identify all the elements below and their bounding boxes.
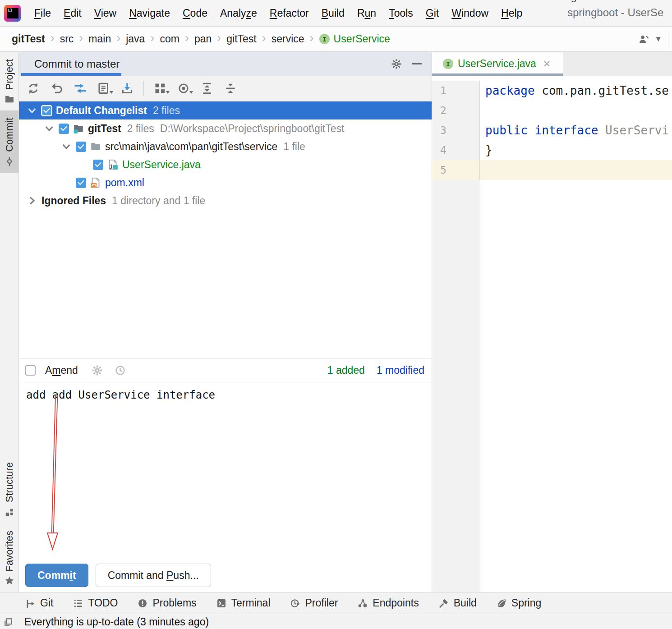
refresh-icon[interactable]	[27, 82, 40, 95]
breadcrumb-item[interactable]: com	[160, 33, 179, 45]
modified-count: 1 modified	[377, 364, 424, 376]
menu-item-code[interactable]: Code	[176, 5, 214, 22]
bottom-tool-window-problems[interactable]: Problems	[138, 597, 196, 609]
commit-panel-header: Commit to master	[19, 52, 432, 76]
bottom-tool-window-todo[interactable]: TODO	[73, 597, 118, 609]
tree-row[interactable]: Default Changelist2 files	[19, 101, 432, 119]
tool-window-toggle-icon[interactable]	[4, 617, 13, 627]
user-reader-mode-icon[interactable]	[639, 34, 650, 44]
tree-row[interactable]: gitTest2 filesD:\Workspace\Project\sprin…	[19, 119, 432, 138]
menu-item-edit[interactable]: Edit	[57, 5, 88, 22]
breadcrumb-item[interactable]: pan	[194, 33, 212, 45]
collapse-all-icon[interactable]	[224, 82, 237, 95]
bottom-tab-label: Problems	[152, 597, 196, 609]
menu-item-window[interactable]: Window	[445, 5, 495, 22]
bottom-tab-label: Build	[454, 597, 477, 609]
hide-panel-icon[interactable]	[412, 63, 422, 64]
bottom-tool-window-build[interactable]: Build	[439, 597, 477, 609]
menu-item-help[interactable]: Help	[495, 5, 529, 22]
commit-message-text[interactable]: add add UserService interface	[26, 389, 432, 401]
breadcrumb-class[interactable]: IUserService	[319, 33, 390, 45]
tree-row[interactable]: Ignored Files1 directory and 1 file	[19, 192, 432, 210]
row-checkbox[interactable]	[76, 178, 86, 188]
amend-checkbox[interactable]	[25, 365, 36, 376]
editor-line[interactable]: 2	[432, 101, 672, 120]
editor: I UserService.java × 1package com.pan.gi…	[432, 52, 672, 592]
chevron-down-icon[interactable]	[26, 105, 38, 116]
group-by-icon[interactable]	[154, 82, 166, 95]
close-icon[interactable]: ×	[543, 57, 550, 71]
menu-item-analyze[interactable]: Analyze	[214, 5, 263, 22]
breadcrumb-item[interactable]: src	[60, 33, 74, 45]
tree-row[interactable]: <>pom.xml	[19, 174, 432, 192]
editor-line[interactable]: 4}	[432, 140, 672, 160]
menu-item-run[interactable]: Run	[351, 5, 382, 22]
tree-row[interactable]: JUserService.java	[19, 156, 432, 174]
editor-tab-userservice[interactable]: I UserService.java ×	[432, 52, 563, 76]
menu-item-refactor[interactable]: Refactor	[263, 5, 315, 22]
chevron-right-icon[interactable]	[26, 195, 38, 207]
bottom-tool-window-profiler[interactable]: Profiler	[290, 597, 338, 609]
chevron-down-icon[interactable]: ▼	[654, 35, 662, 44]
breadcrumb-item[interactable]: main	[88, 33, 111, 45]
row-checkbox[interactable]	[59, 124, 69, 134]
row-checkbox[interactable]	[76, 142, 86, 152]
breadcrumb-separator-icon: ›	[51, 31, 55, 45]
breadcrumb-item[interactable]: gitTest	[226, 33, 256, 45]
preview-diff-icon[interactable]	[177, 82, 190, 95]
bottom-tab-label: TODO	[88, 597, 118, 609]
tool-window-label: Commit	[4, 118, 15, 152]
history-clock-icon[interactable]	[115, 365, 126, 376]
commit-button[interactable]: Commit	[25, 564, 88, 587]
tree-row[interactable]: src\main\java\com\pan\gitTest\service1 f…	[19, 138, 432, 156]
menu-item-build[interactable]: Build	[315, 5, 351, 22]
tool-window-button-commit[interactable]: Commit	[0, 110, 18, 173]
commit-and-push-button[interactable]: Commit and Push...	[96, 564, 211, 587]
tree-item-label: Ignored Files	[41, 195, 106, 207]
bottom-tool-window-git[interactable]: Git	[25, 597, 53, 609]
chevron-down-icon[interactable]	[43, 123, 55, 134]
breadcrumb-class-name: UserService	[334, 33, 390, 45]
amend-label: Amend	[45, 364, 78, 376]
commit-message-area[interactable]: add add UserService interface	[19, 382, 432, 564]
tool-window-button-structure[interactable]: Structure	[0, 455, 18, 523]
editor-line[interactable]: 1package com.pan.gitTest.se	[432, 81, 672, 101]
tree-item-detail: 2 files	[153, 105, 180, 117]
gear-icon[interactable]	[92, 365, 103, 376]
row-checkbox[interactable]	[93, 160, 103, 170]
spring-icon	[497, 598, 506, 608]
changelist-icon[interactable]	[97, 82, 110, 95]
breadcrumb-item[interactable]: java	[126, 33, 145, 45]
rollback-icon[interactable]	[51, 82, 63, 95]
row-checkbox[interactable]	[41, 106, 52, 116]
editor-line[interactable]: 5	[432, 160, 672, 180]
tool-window-button-favorites[interactable]: Favorites	[0, 523, 18, 592]
menu-item-tools[interactable]: Tools	[382, 5, 419, 22]
editor-line[interactable]: 3public interface UserServi	[432, 120, 672, 140]
profiler-icon	[290, 598, 300, 608]
update-arrows-icon[interactable]	[74, 82, 87, 95]
code-area[interactable]: 1package com.pan.gitTest.se23public inte…	[432, 76, 672, 592]
code-line: package com.pan.gitTest.se	[480, 81, 672, 101]
expand-all-icon[interactable]	[201, 82, 213, 95]
editor-tab-indicator	[432, 73, 563, 76]
menu-item-file[interactable]: File	[28, 5, 57, 22]
breadcrumb-item[interactable]: service	[272, 33, 304, 45]
bottom-tool-window-spring[interactable]: Spring	[497, 597, 541, 609]
todo-icon	[73, 598, 83, 608]
gear-icon[interactable]	[391, 59, 402, 69]
bottom-tool-window-terminal[interactable]: Terminal	[216, 597, 271, 609]
menu-item-git[interactable]: Git	[419, 5, 445, 22]
commit-tab-title[interactable]: Commit to master	[19, 58, 120, 70]
shelve-icon[interactable]	[121, 82, 133, 95]
bottom-tool-window-endpoints[interactable]: Endpoints	[358, 597, 419, 609]
chevron-spacer	[60, 177, 72, 188]
chevron-down-icon[interactable]	[60, 141, 72, 152]
breadcrumb-separator-icon: ›	[116, 31, 120, 45]
chevron-spacer	[78, 159, 89, 170]
breadcrumb-item[interactable]: gitTest	[12, 33, 45, 45]
menu-item-navigate[interactable]: Navigate	[123, 5, 176, 22]
tool-window-button-project[interactable]: Project	[0, 52, 18, 110]
menu-item-view[interactable]: View	[88, 5, 123, 22]
git-icon	[25, 598, 35, 608]
